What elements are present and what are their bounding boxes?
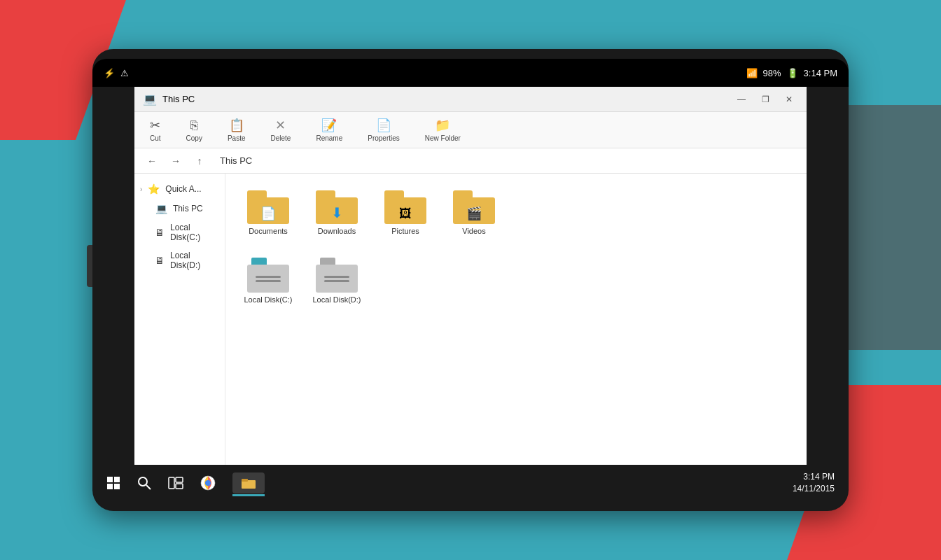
- status-bar-left: ⚡ ⚠: [104, 68, 129, 78]
- window-pc-icon: 💻: [143, 92, 157, 106]
- taskbar-left: [106, 472, 265, 493]
- back-button[interactable]: ←: [143, 152, 161, 170]
- svg-rect-1: [114, 477, 120, 482]
- disk-d-icon: [316, 258, 358, 293]
- videos-folder-icon: 🎬: [453, 190, 495, 224]
- local-disk-d-label: Local Disk(D:): [312, 295, 361, 304]
- sidebar-item-quick-access-label: Quick A...: [165, 184, 201, 194]
- pictures-overlay-icon: 🖼: [399, 206, 412, 221]
- local-disk-c-label: Local Disk(C:): [244, 295, 292, 304]
- screen: 💻 This PC — ❐ ✕ ✂ Cut ⎘ Copy 📋 Paste: [134, 87, 807, 465]
- documents-folder-icon: 📄: [247, 190, 289, 224]
- local-disk-c-icon: 🖥: [155, 227, 165, 238]
- file-item-local-disk-d[interactable]: Local Disk(D:): [305, 252, 368, 309]
- disk-c-icon: [247, 258, 289, 293]
- sidebar-item-local-disk-d[interactable]: 🖥 Local Disk(D:): [134, 246, 225, 274]
- rename-label: Rename: [316, 134, 342, 142]
- file-item-local-disk-c[interactable]: Local Disk(C:): [237, 252, 300, 309]
- quick-access-icon: ⭐: [148, 183, 160, 195]
- cut-icon: ✂: [150, 118, 160, 133]
- delete-icon: ✕: [275, 118, 286, 133]
- minimize-button[interactable]: —: [732, 90, 751, 108]
- properties-icon: 📄: [376, 118, 391, 133]
- task-view-button[interactable]: [168, 477, 183, 489]
- wifi-icon: 📶: [746, 68, 758, 78]
- search-button[interactable]: [137, 476, 151, 490]
- taskbar: 3:14 PM 14/11/2015: [92, 465, 849, 501]
- pictures-folder-icon: 🖼: [384, 190, 426, 224]
- toolbar-paste[interactable]: 📋 Paste: [223, 115, 250, 145]
- copy-label: Copy: [186, 134, 202, 142]
- up-button[interactable]: ↑: [190, 152, 209, 170]
- battery-percent: 98%: [763, 68, 781, 78]
- content-area: › ⭐ Quick A... 💻 This PC 🖥 Local Disk(C:…: [134, 174, 807, 465]
- svg-rect-8: [176, 484, 183, 489]
- svg-rect-13: [242, 479, 248, 482]
- maximize-button[interactable]: ❐: [756, 90, 774, 108]
- taskbar-date: 14/11/2015: [793, 483, 835, 495]
- close-button[interactable]: ✕: [780, 90, 798, 108]
- status-time: 3:14 PM: [804, 68, 837, 78]
- toolbar-cut[interactable]: ✂ Cut: [146, 115, 165, 145]
- paste-label: Paste: [228, 134, 246, 142]
- toolbar: ✂ Cut ⎘ Copy 📋 Paste ✕ Delete 📝 Rename 📄: [134, 112, 807, 148]
- file-item-pictures[interactable]: 🖼 Pictures: [374, 185, 437, 241]
- downloads-overlay-icon: ⬇: [331, 204, 343, 221]
- delete-label: Delete: [271, 134, 291, 142]
- svg-rect-7: [176, 477, 183, 482]
- chevron-right-icon: ›: [140, 186, 142, 193]
- toolbar-copy[interactable]: ⎘ Copy: [182, 115, 207, 145]
- status-bar-right: 📶 98% 🔋 3:14 PM: [746, 68, 837, 78]
- sidebar-item-quick-access[interactable]: › ⭐ Quick A...: [134, 179, 225, 199]
- svg-line-5: [146, 485, 151, 489]
- videos-label: Videos: [462, 227, 485, 235]
- navigation-bar: ← → ↑ This PC: [134, 148, 807, 174]
- svg-rect-3: [114, 484, 120, 489]
- pictures-label: Pictures: [391, 227, 419, 235]
- taskbar-datetime: 3:14 PM 14/11/2015: [793, 471, 835, 495]
- forward-button[interactable]: →: [167, 152, 185, 170]
- sidebar-item-this-pc-label: This PC: [173, 204, 203, 214]
- copy-icon: ⎘: [190, 118, 198, 133]
- file-item-documents[interactable]: 📄 Documents: [237, 185, 300, 241]
- nav-path: This PC: [214, 153, 258, 169]
- local-disk-d-icon: 🖥: [155, 255, 165, 266]
- downloads-label: Downloads: [318, 227, 356, 235]
- sidebar: › ⭐ Quick A... 💻 This PC 🖥 Local Disk(C:…: [134, 174, 225, 465]
- toolbar-new-folder[interactable]: 📁 New Folder: [421, 115, 465, 145]
- file-item-videos[interactable]: 🎬 Videos: [442, 185, 506, 241]
- paste-icon: 📋: [229, 118, 244, 133]
- android-status-bar: ⚡ ⚠ 📶 98% 🔋 3:14 PM: [92, 59, 849, 87]
- documents-overlay-icon: 📄: [260, 206, 276, 221]
- rename-icon: 📝: [321, 118, 337, 133]
- videos-overlay-icon: 🎬: [466, 206, 482, 221]
- window-title: This PC: [162, 94, 732, 104]
- file-item-downloads[interactable]: ⬇ Downloads: [305, 185, 368, 241]
- start-button[interactable]: [106, 476, 120, 490]
- tablet-side-button: [87, 245, 92, 287]
- toolbar-delete[interactable]: ✕ Delete: [267, 115, 295, 145]
- svg-point-4: [139, 477, 147, 486]
- this-pc-icon: 💻: [155, 203, 167, 214]
- downloads-folder-icon: ⬇: [316, 190, 358, 224]
- svg-rect-0: [107, 477, 113, 482]
- sidebar-item-this-pc[interactable]: 💻 This PC: [134, 199, 225, 218]
- file-explorer-taskbar-button[interactable]: [232, 472, 265, 493]
- chrome-button[interactable]: [200, 475, 216, 491]
- cut-label: Cut: [150, 134, 161, 142]
- sidebar-item-local-disk-c[interactable]: 🖥 Local Disk(C:): [134, 218, 225, 246]
- taskbar-time: 3:14 PM: [793, 471, 835, 483]
- toolbar-rename[interactable]: 📝 Rename: [312, 115, 347, 145]
- svg-rect-6: [169, 477, 174, 489]
- documents-label: Documents: [249, 227, 288, 235]
- battery-icon: 🔋: [787, 68, 798, 78]
- svg-point-11: [205, 480, 211, 486]
- usb-icon: ⚡: [104, 68, 115, 78]
- new-folder-label: New Folder: [425, 134, 461, 142]
- window-titlebar: 💻 This PC — ❐ ✕: [134, 87, 807, 112]
- toolbar-properties[interactable]: 📄 Properties: [363, 115, 404, 145]
- window-controls: — ❐ ✕: [732, 90, 798, 108]
- svg-rect-2: [107, 484, 113, 489]
- sidebar-item-local-disk-d-label: Local Disk(D:): [170, 251, 219, 270]
- new-folder-icon: 📁: [435, 118, 450, 133]
